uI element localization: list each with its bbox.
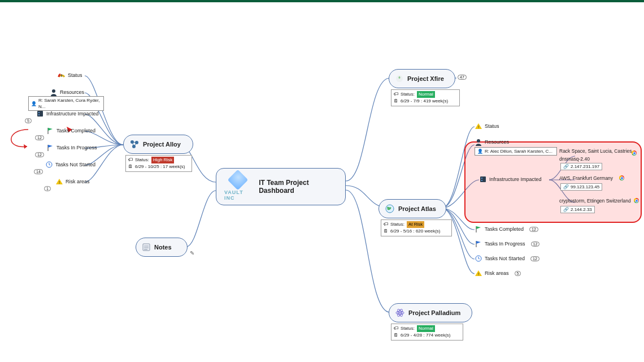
atlas-ip-1: 🔗99.123.123.45 <box>560 183 602 191</box>
chrome-icon-0 <box>632 150 637 156</box>
svg-rect-21 <box>480 176 486 182</box>
flag-green-icon <box>475 225 482 233</box>
svg-point-11 <box>52 89 55 93</box>
atlas-resources[interactable]: Resources <box>475 138 509 146</box>
node-notes[interactable]: Notes <box>136 238 188 257</box>
atlas-tasks-completed[interactable]: Tasks Completed 12 <box>475 225 538 233</box>
alloy-risk-areas[interactable]: ! Risk areas <box>55 178 90 186</box>
alloy-resources[interactable]: Resources <box>50 88 84 96</box>
chrome-icon-1 <box>619 175 624 180</box>
alloy-infra[interactable]: Infrastructure Impacted <box>36 110 99 118</box>
atlas-ip-2: 🔗2.144.2.33 <box>560 206 595 213</box>
alloy-infra-count: 5 <box>25 118 32 123</box>
server-icon <box>36 110 44 118</box>
xfire-label: Project Xfire <box>407 75 444 82</box>
alloy-completed-count: 12 <box>35 135 44 140</box>
alloy-inprogress-count: 12 <box>35 152 44 157</box>
bulb-icon <box>395 74 404 83</box>
atlas-tasks-inprogress[interactable]: Tasks In Progress 12 <box>475 240 539 248</box>
node-project-alloy[interactable]: Project Alloy <box>123 135 193 154</box>
central-title: IT Team Project Dashboard <box>259 179 333 195</box>
alloy-tasks-inprogress[interactable]: Tasks In Progress <box>46 144 97 152</box>
xfire-tagbox: 🏷Status: Normal 🗓6/29 - 7/9 : 419 week(s… <box>391 89 460 106</box>
network-icon <box>129 139 140 149</box>
atlas-infra-item-2[interactable]: cryptostorm, Ettingen Switzerland <box>559 198 631 204</box>
alloy-risk-count: 1 <box>44 186 51 191</box>
clock-icon <box>45 161 53 169</box>
svg-text:!: ! <box>59 180 60 185</box>
person-icon <box>475 138 482 146</box>
warning-icon: ! <box>475 122 482 130</box>
atlas-resources-people: 👤R: Alec Dillon, Sarah Karsten, C... <box>475 147 557 156</box>
node-project-atlas[interactable]: Project Atlas <box>378 199 446 218</box>
chrome-icon-2 <box>634 198 639 203</box>
atlas-risk-areas[interactable]: ! Risk areas 5 <box>475 269 521 277</box>
atlas-ip-0: 🔗2.147.231.197 <box>560 163 602 170</box>
svg-point-22 <box>481 178 482 179</box>
atlas-infra[interactable]: Infrastructure Impacted <box>479 175 542 183</box>
alloy-resources-people: 👤R: Sarah Karsten, Cora Ryder, N... <box>28 96 104 111</box>
alloy-tagbox: 🏷Status: High Risk 🗓6/29 - 10/25 : 17 we… <box>125 155 192 172</box>
person-icon <box>50 88 58 96</box>
flag-blue-icon <box>475 240 482 248</box>
svg-point-14 <box>38 114 40 115</box>
flag-blue-icon <box>46 144 54 152</box>
xfire-badge: 47 <box>458 75 467 80</box>
gauge-icon <box>58 71 66 79</box>
mindmap-canvas[interactable]: VAULT INC IT Team Project Dashboard Note… <box>0 2 644 362</box>
node-project-palladium[interactable]: Project Palladium <box>389 303 472 322</box>
alloy-status[interactable]: Status <box>58 71 82 79</box>
atlas-label: Project Atlas <box>398 205 436 212</box>
palladium-label: Project Palladium <box>408 309 460 316</box>
alloy-label: Project Alloy <box>143 141 181 148</box>
svg-point-29 <box>399 312 401 314</box>
node-central[interactable]: VAULT INC IT Team Project Dashboard <box>216 168 346 205</box>
atlas-tagbox: 🏷Status: At Risk 🗓6/29 - 5/16 : 620 week… <box>381 219 452 236</box>
atlas-status[interactable]: ! Status <box>475 122 499 130</box>
svg-text:!: ! <box>478 272 479 277</box>
alloy-tasks-completed[interactable]: Tasks Completed <box>46 127 95 135</box>
warning-icon: ! <box>55 178 63 186</box>
clock-icon <box>475 255 482 262</box>
atlas-tasks-notstarted[interactable]: Tasks Not Started 12 <box>475 255 539 262</box>
note-icon <box>142 243 151 252</box>
atom-icon <box>395 308 405 318</box>
flag-green-icon <box>46 127 54 135</box>
notes-label: Notes <box>154 244 172 251</box>
svg-point-13 <box>38 112 40 113</box>
node-project-xfire[interactable]: Project Xfire <box>389 69 455 88</box>
svg-point-20 <box>477 139 480 143</box>
vault-logo: VAULT INC <box>224 173 251 201</box>
alloy-notstarted-count: 14 <box>34 169 43 174</box>
svg-rect-12 <box>37 111 43 117</box>
atlas-infra-item-0[interactable]: Rack Space, Saint Lucia, Castries dnsmas… <box>559 148 638 162</box>
palladium-tagbox: 🏷Status: Normal 🗓6/29 - 4/28 : 774 week(… <box>391 324 463 341</box>
globe-icon <box>385 204 395 214</box>
warning-icon: ! <box>475 269 482 277</box>
alloy-tasks-notstarted[interactable]: Tasks Not Started <box>45 161 95 169</box>
atlas-infra-item-1[interactable]: AWS, Frankfurt Germany <box>559 175 613 181</box>
svg-text:!: ! <box>478 124 479 130</box>
svg-point-23 <box>481 180 482 181</box>
server-icon <box>479 175 487 183</box>
notes-edit-icon[interactable]: ✎ <box>190 250 194 256</box>
